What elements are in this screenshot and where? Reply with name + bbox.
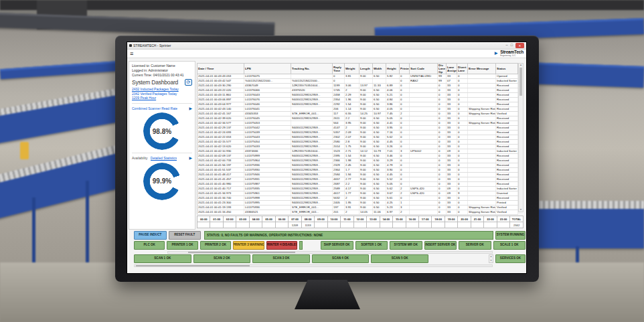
insert-server-ok-button[interactable]: INSERT SERVER OK [424,241,457,250]
table-row[interactable]: 2021-04-01 00:43:43.053L0137607503.819.0… [197,74,518,79]
column-header-width[interactable]: Width [373,64,386,74]
table-cell: 3.90 [386,168,400,173]
table-row[interactable]: 2021-04-01 00:42:24.693L0137503994055112… [197,131,518,135]
printer-1-ok-button[interactable]: PRINTER 1 OK [167,241,197,250]
table-cell: L01375053 [244,121,291,126]
table-row[interactable]: 2021-04-01 00:42:22.653L0137504394055112… [197,135,518,140]
column-header-lpn[interactable]: LPN [244,64,291,74]
scan-4-ok-button[interactable]: SCAN 4 OK [312,254,370,263]
table-row[interactable]: 2021-04-01 00:42:34.577L013750535643.959… [197,121,518,126]
table-cell: 0 [457,112,468,116]
table-row[interactable]: 2021-04-01 00:42:41.16743345353STE_ERROR… [197,112,518,116]
ship-server-ok-button[interactable]: SHIP SERVER OK [321,241,353,250]
plc-ok-button[interactable]: PLC OK [134,241,165,250]
detailed-statistics-link[interactable]: Detailed Statistics [151,156,177,161]
sorter-1-ok-button[interactable]: SORTER 1 OK [355,241,388,250]
column-header-sort-code[interactable]: Sort Code [410,64,438,74]
close-icon[interactable]: ✕ [515,43,524,48]
table-row[interactable]: 2021-04-01 00:41:34.740L0137599894055112… [197,196,518,201]
table-row[interactable]: 2021-04-01 00:43:30.290433670491ZR235V70… [197,84,518,88]
system-mr-ok-button[interactable]: SYSTEM MR OK [390,241,422,250]
services-ok-button[interactable]: SERVICES OK [495,254,526,263]
reset-fault-button[interactable]: RESET FAULT [169,231,202,240]
scrollbar-thumb[interactable] [188,252,295,253]
scrollbar-thumb[interactable] [136,265,250,266]
scan-5-ok-button[interactable]: SCAN 5 OK [371,254,428,263]
table-row[interactable]: 2021-04-01 00:41:40.980L0137598794055112… [197,182,518,187]
table-row[interactable]: 2021-04-01 00:41:23.300L0137599594055112… [197,201,518,206]
table-cell: 09 [447,187,457,191]
peak-hour-link[interactable]: 1209 Peak Hour [132,96,192,100]
column-header-printer[interactable]: Printer [400,64,410,74]
column-header-divert-lane[interactable]: Divert Lane [457,64,468,74]
table-row[interactable]: 2021-04-01 00:41:51.537L0137593094055112… [197,168,518,173]
table-cell: Received [496,159,518,163]
table-row[interactable]: 2021-04-01 00:41:40.717L0137593594055112… [197,187,518,191]
printer-4-disabled-button[interactable]: PRINTER 4 DISABLED [266,241,297,250]
table-cell: 4657 [333,177,345,182]
column-header-div-lane-gp[interactable]: Div Lane Gp [438,64,447,74]
scan-row-scrollbar[interactable]: ▲ ▼ [489,254,493,263]
table-row[interactable]: 2021-04-01 00:41:16.45043366521STE_ERROR… [197,210,518,215]
scan-2-ok-button[interactable]: SCAN 2 OK [193,254,251,263]
table-row[interactable]: 2021-04-01 00:43:11.860L0137604394055112… [197,93,518,98]
column-header-reply-time[interactable]: Reply Time [333,64,345,74]
table-row[interactable]: 2021-04-01 00:42:10.930433746661ZR235V70… [197,149,518,154]
table-row[interactable]: 2021-04-01 00:41:19.193L01375936STE_ERRO… [197,206,518,210]
table-row[interactable]: 2021-04-01 00:42:39.620L0137604594055112… [197,116,518,121]
column-header-weight[interactable]: Weight [345,64,359,74]
table-row[interactable]: 2021-04-01 00:41:41.457L0137593194055112… [197,177,518,182]
maximize-icon[interactable]: □ [511,44,513,48]
table-vertical-scrollbar[interactable]: ▲ ▼ [518,63,524,212]
column-header-status[interactable]: Status [496,64,518,74]
scan-3-ok-button[interactable]: SCAN 3 OK [252,254,310,263]
printer-2-ok-button[interactable]: PRINTER 2 OK [200,241,231,250]
system-running-button[interactable]: SYSTEM RUNNING [495,231,526,240]
column-header-date-time[interactable]: Date / Time [197,64,244,74]
scale-1-ok-button[interactable]: SCALE 1 OK [493,241,526,250]
table-row[interactable]: 2021-04-01 00:41:56.197L0137593694055112… [197,163,518,168]
menu-icon[interactable]: ≡ [130,51,133,57]
table-row[interactable]: 2021-04-01 00:42:00.733L0137596494055112… [197,159,518,163]
table-cell: 6.50 [373,168,386,173]
column-header-lane-assigned[interactable]: Lane Assigned [447,64,457,74]
minimize-icon[interactable]: – [506,44,508,48]
table-row[interactable]: 2021-04-01 00:43:06.897L0137607694055112… [197,98,518,102]
scan-1-ok-button[interactable]: SCAN 1 OK [134,254,191,263]
scrollbar-thumb[interactable] [519,68,522,96]
scanner-read-rate-link[interactable]: Combined Scanner Read Rate [132,106,177,111]
table-cell: Inducted Sorter [496,187,518,191]
table-row[interactable]: 2021-04-01 00:43:04.977L0137604694055112… [197,102,518,107]
table-cell: 0 [400,102,410,107]
refresh-button[interactable]: ⟳ [185,79,192,86]
column-header-height[interactable]: Height [386,64,400,74]
column-header-tracking-no[interactable]: Tracking No. [291,64,333,74]
table-row[interactable]: 2021-04-01 00:41:48.417L0137594694055112… [197,173,518,177]
table-row[interactable]: 2021-04-01 00:42:09.137L0137599994055112… [197,154,518,159]
table-cell: 6.89 [386,84,400,88]
table-row[interactable]: 2021-04-01 00:42:29.137L0137504294055112… [197,126,518,131]
table-row[interactable]: 2021-04-01 00:43:42.547%00115218422000..… [197,79,518,84]
scroll-down-icon[interactable]: ▼ [519,208,523,212]
printer-3-warning-button[interactable]: PRINTER 3 WARNING [233,241,264,250]
server-ok-button[interactable]: SERVER OK [459,241,491,250]
scroll-down-icon[interactable]: ▼ [490,259,492,262]
column-header-length[interactable]: Length [359,64,373,74]
scroll-up-icon[interactable]: ▲ [519,64,523,67]
scan-row-hscrollbar[interactable] [134,264,493,267]
play-icon[interactable]: ▶ [189,106,192,110]
table-cell: 6.50 [373,131,386,135]
pause-induct-button[interactable]: PAUSE INDUCT [134,231,167,240]
timeline-hour-06-00: 06:00 [275,216,288,222]
play-icon[interactable]: ▶ [189,156,192,160]
table-cell: 2.8 [345,140,359,145]
scroll-up-icon[interactable]: ▲ [490,255,492,258]
column-header-error-message[interactable]: Error Message [468,64,496,74]
table-row[interactable]: 2021-04-01 00:42:15.577L0137505494055112… [197,140,518,145]
device-row-scrollbar[interactable] [167,251,493,254]
table-row[interactable]: 2021-04-01 00:42:43.140L013760412061.149… [197,107,518,112]
timeline-hour-15-00: 15:00 [393,216,406,222]
table-row[interactable]: 2021-04-01 00:41:34.973L0137596194055112… [197,191,518,196]
table-row[interactable]: 2021-04-01 00:43:22.020L0137606643376520… [197,88,518,93]
table-row[interactable]: 2021-04-01 00:42:13.620L0137503394055112… [197,145,518,149]
